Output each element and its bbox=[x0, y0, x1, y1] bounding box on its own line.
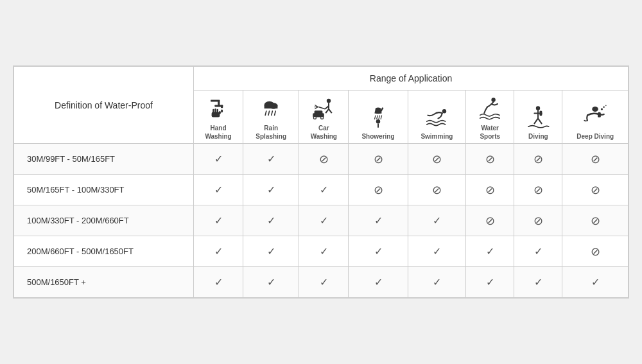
svg-rect-27 bbox=[315, 110, 323, 114]
showering-icon bbox=[365, 104, 391, 130]
col-deep-diving: Deep Diving bbox=[562, 91, 629, 144]
check-icon: ✓ bbox=[486, 246, 494, 257]
row-cell: ✓ bbox=[299, 267, 349, 298]
svg-rect-3 bbox=[221, 105, 223, 108]
svg-line-15 bbox=[272, 111, 273, 115]
row-label: 200M/660FT - 500M/1650FT bbox=[14, 236, 194, 267]
hand-washing-icon bbox=[205, 96, 231, 121]
svg-point-35 bbox=[376, 119, 380, 123]
row-cell: ✓ bbox=[514, 236, 562, 267]
check-icon: ✓ bbox=[374, 277, 383, 288]
svg-line-22 bbox=[318, 107, 325, 109]
check-icon: ✓ bbox=[433, 246, 441, 257]
row-cell: ⊘ bbox=[466, 205, 514, 236]
svg-point-37 bbox=[442, 109, 446, 113]
no-icon: ⊘ bbox=[534, 153, 543, 166]
row-cell: ✓ bbox=[466, 267, 514, 298]
no-icon: ⊘ bbox=[319, 153, 329, 166]
no-icon: ⊘ bbox=[374, 184, 383, 196]
col-swimming-label: Swimming bbox=[411, 132, 464, 141]
svg-line-32 bbox=[377, 116, 378, 119]
row-cell: ✓ bbox=[243, 236, 299, 267]
row-cell: ✓ bbox=[349, 267, 408, 298]
rain-splashing-icon bbox=[258, 96, 284, 121]
row-cell: ✓ bbox=[299, 236, 349, 267]
svg-line-21 bbox=[329, 109, 332, 113]
row-label: 50M/165FT - 100M/330FT bbox=[14, 175, 194, 205]
no-icon: ⊘ bbox=[591, 214, 600, 227]
check-icon: ✓ bbox=[267, 277, 275, 288]
row-cell: ✓ bbox=[299, 175, 349, 205]
no-icon: ⊘ bbox=[485, 153, 495, 166]
svg-line-13 bbox=[265, 111, 266, 115]
check-icon: ✓ bbox=[320, 184, 328, 195]
row-cell: ✓ bbox=[194, 205, 243, 236]
check-icon: ✓ bbox=[320, 246, 328, 257]
check-icon: ✓ bbox=[267, 184, 275, 195]
no-icon: ⊘ bbox=[591, 245, 600, 258]
row-cell: ✓ bbox=[243, 205, 299, 236]
check-icon: ✓ bbox=[267, 246, 275, 257]
row-cell: ⊘ bbox=[562, 144, 629, 175]
diving-icon bbox=[525, 104, 551, 130]
col-car-washing-label: CarWashing bbox=[302, 124, 345, 141]
svg-rect-8 bbox=[214, 108, 216, 112]
row-cell: ✓ bbox=[408, 205, 466, 236]
row-cell: ✓ bbox=[194, 267, 243, 298]
no-icon: ⊘ bbox=[534, 214, 543, 227]
row-cell: ⊘ bbox=[299, 144, 349, 175]
col-rain-splashing: RainSplashing bbox=[243, 91, 299, 144]
row-cell: ✓ bbox=[408, 236, 466, 267]
svg-rect-12 bbox=[265, 105, 278, 108]
table-row: 500M/1650FT +✓✓✓✓✓✓✓✓ bbox=[14, 267, 629, 298]
svg-line-20 bbox=[326, 109, 329, 113]
check-icon: ✓ bbox=[214, 153, 223, 164]
check-icon: ✓ bbox=[433, 277, 441, 288]
svg-rect-40 bbox=[540, 110, 542, 116]
row-cell: ✓ bbox=[194, 236, 243, 267]
header-definition: Definition of Water-Proof bbox=[14, 67, 194, 144]
no-icon: ⊘ bbox=[485, 184, 495, 196]
col-deep-diving-label: Deep Diving bbox=[565, 132, 625, 141]
water-sports-icon bbox=[477, 96, 503, 121]
row-cell: ⊘ bbox=[514, 205, 562, 236]
col-car-washing: CarWashing bbox=[299, 91, 349, 144]
svg-point-29 bbox=[321, 116, 324, 119]
col-diving-label: Diving bbox=[517, 132, 559, 141]
row-cell: ✓ bbox=[349, 205, 408, 236]
no-icon: ⊘ bbox=[534, 184, 543, 196]
row-cell: ⊘ bbox=[349, 175, 408, 205]
waterproof-table-wrapper: Definition of Water-Proof Range of Appli… bbox=[13, 65, 629, 299]
check-icon: ✓ bbox=[267, 153, 275, 164]
check-icon: ✓ bbox=[267, 215, 275, 226]
svg-point-45 bbox=[605, 105, 607, 107]
row-cell: ✓ bbox=[349, 236, 408, 267]
waterproof-table: Definition of Water-Proof Range of Appli… bbox=[13, 66, 629, 298]
row-cell: ⊘ bbox=[349, 144, 408, 175]
header-range: Range of Application bbox=[194, 67, 629, 91]
check-icon: ✓ bbox=[214, 184, 223, 195]
no-icon: ⊘ bbox=[432, 153, 442, 166]
row-cell: ✓ bbox=[299, 205, 349, 236]
row-cell: ⊘ bbox=[408, 144, 466, 175]
row-cell: ⊘ bbox=[562, 175, 629, 205]
row-label: 500M/1650FT + bbox=[14, 267, 194, 298]
table-row: 100M/330FT - 200M/660FT✓✓✓✓✓⊘⊘⊘ bbox=[14, 205, 629, 236]
table-row: 200M/660FT - 500M/1650FT✓✓✓✓✓✓✓⊘ bbox=[14, 236, 629, 267]
row-cell: ✓ bbox=[194, 175, 243, 205]
row-label: 100M/330FT - 200M/660FT bbox=[14, 205, 194, 236]
row-cell: ⊘ bbox=[514, 144, 562, 175]
row-cell: ⊘ bbox=[514, 175, 562, 205]
svg-line-14 bbox=[268, 111, 270, 115]
check-icon: ✓ bbox=[486, 277, 494, 288]
check-icon: ✓ bbox=[433, 215, 441, 226]
no-icon: ⊘ bbox=[591, 153, 600, 166]
row-cell: ⊘ bbox=[562, 205, 629, 236]
row-cell: ✓ bbox=[408, 267, 466, 298]
car-washing-icon bbox=[311, 96, 336, 121]
svg-point-4 bbox=[221, 110, 223, 113]
no-icon: ⊘ bbox=[591, 184, 600, 196]
svg-point-43 bbox=[601, 108, 603, 110]
row-cell: ✓ bbox=[243, 175, 299, 205]
check-icon: ✓ bbox=[374, 215, 383, 226]
